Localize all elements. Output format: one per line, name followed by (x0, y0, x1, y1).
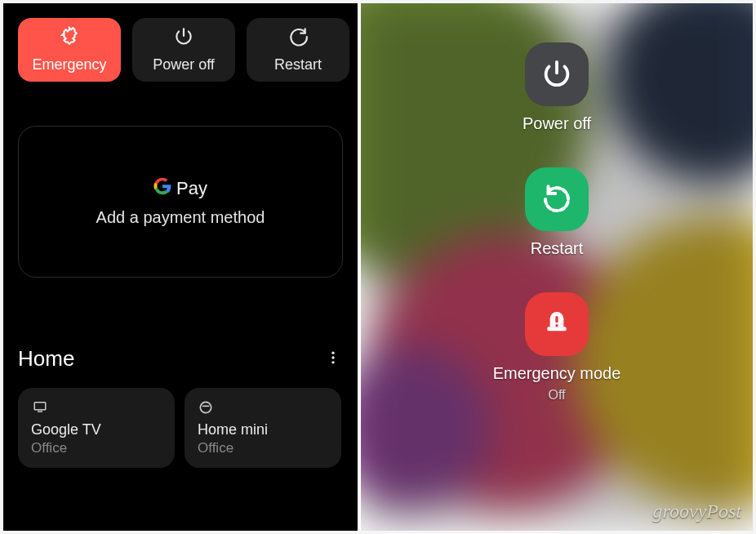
watermark: groovyPost (653, 501, 741, 523)
emergency-mode-button[interactable]: Emergency mode Off (493, 292, 621, 403)
google-g-icon (153, 177, 171, 200)
device-row: Google TV Office Home mini Office (18, 388, 343, 468)
restart-button[interactable]: Restart (525, 167, 589, 258)
emergency-button[interactable]: Emergency (18, 18, 121, 82)
restart-icon (525, 167, 589, 231)
gpay-subtitle: Add a payment method (96, 208, 265, 227)
tv-icon (31, 399, 162, 416)
home-title: Home (18, 346, 74, 372)
restart-button[interactable]: Restart (247, 18, 349, 82)
power-icon (525, 42, 589, 106)
samsung-power-menu: Power off Restart Emer (358, 3, 753, 531)
emergency-label: Emergency (32, 56, 106, 73)
svg-rect-6 (555, 316, 558, 323)
emergency-mode-label: Emergency mode (493, 364, 621, 383)
gpay-text: Pay (176, 178, 207, 199)
restart-label: Restart (274, 56, 322, 73)
device-card-home-mini[interactable]: Home mini Office (185, 388, 341, 468)
medical-icon (59, 26, 80, 51)
pixel-power-menu: Emergency Power off Restart (3, 3, 358, 531)
home-header: Home (18, 346, 343, 372)
svg-point-0 (331, 351, 334, 354)
restart-icon (287, 26, 309, 51)
power-off-label: Power off (153, 56, 215, 73)
gpay-logo: Pay (153, 177, 207, 200)
alert-icon (525, 292, 589, 356)
power-button-row: Emergency Power off Restart (18, 18, 343, 82)
svg-point-1 (331, 356, 334, 358)
device-card-google-tv[interactable]: Google TV Office (18, 388, 175, 468)
power-off-button[interactable]: Power off (523, 42, 591, 133)
power-off-button[interactable]: Power off (132, 18, 235, 82)
gpay-card[interactable]: Pay Add a payment method (18, 126, 343, 278)
restart-label: Restart (531, 239, 583, 258)
svg-point-4 (200, 402, 211, 412)
device-room: Office (31, 440, 162, 456)
svg-point-2 (331, 361, 334, 363)
power-icon (173, 26, 194, 51)
svg-rect-3 (34, 403, 46, 410)
svg-rect-7 (555, 324, 558, 327)
device-name: Home mini (198, 421, 328, 438)
more-vertical-icon (325, 349, 341, 369)
emergency-mode-status: Off (548, 388, 565, 403)
power-off-label: Power off (523, 114, 591, 133)
svg-rect-5 (547, 327, 566, 331)
speaker-icon (198, 399, 328, 416)
device-room: Office (198, 440, 328, 456)
more-menu-button[interactable] (323, 349, 343, 369)
device-name: Google TV (31, 421, 162, 438)
